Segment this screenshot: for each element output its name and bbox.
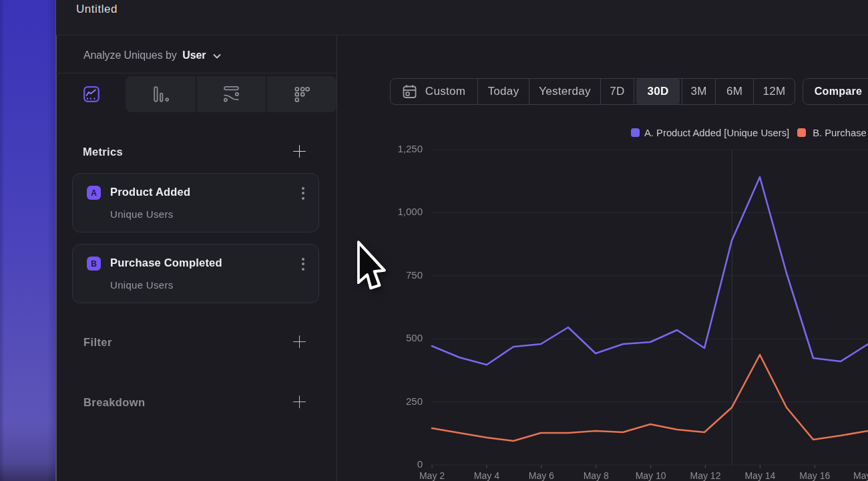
svg-text:May 2: May 2 [419, 470, 445, 481]
svg-text:May 8: May 8 [584, 470, 609, 481]
svg-text:1,000: 1,000 [397, 206, 423, 217]
svg-text:May 4: May 4 [474, 470, 499, 481]
svg-text:May 6: May 6 [529, 470, 554, 481]
svg-text:1,250: 1,250 [397, 143, 423, 154]
svg-text:May 12: May 12 [690, 470, 721, 481]
svg-text:250: 250 [406, 395, 423, 407]
svg-text:May 16: May 16 [799, 470, 830, 481]
svg-text:0: 0 [417, 458, 423, 470]
svg-text:750: 750 [406, 269, 423, 281]
svg-text:May 14: May 14 [744, 470, 775, 481]
svg-text:500: 500 [406, 332, 423, 343]
svg-text:May 10: May 10 [636, 470, 666, 481]
svg-text:May 18: May 18 [853, 470, 868, 481]
